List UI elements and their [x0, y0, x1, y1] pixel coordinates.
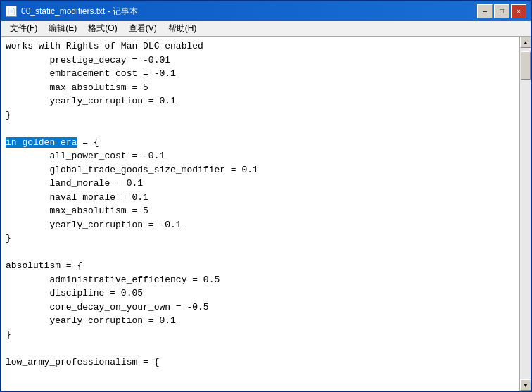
menu-help[interactable]: 帮助(H) [163, 21, 203, 36]
main-window: 📄 00_static_modifiers.txt - 记事本 — □ ✕ 文件… [0, 0, 532, 392]
title-buttons: — □ ✕ [477, 4, 526, 18]
line-after-selection: = { all_power_cost = -0.1 global_trade_g… [6, 137, 258, 367]
minimize-button[interactable]: — [477, 4, 493, 18]
app-icon: 📄 [6, 6, 17, 17]
text-editor[interactable]: works with Rights of Man DLC enabled pre… [1, 37, 519, 391]
selected-text: in_golden_era [6, 137, 77, 148]
line-1: works with Rights of Man DLC enabled pre… [6, 41, 203, 120]
scroll-track[interactable] [520, 48, 531, 379]
menu-view[interactable]: 查看(V) [123, 21, 163, 36]
close-button[interactable]: ✕ [511, 4, 526, 18]
vertical-scrollbar[interactable]: ▲ ▼ [519, 37, 531, 391]
menu-bar: 文件(F) 编辑(E) 格式(O) 查看(V) 帮助(H) [1, 21, 531, 37]
title-bar: 📄 00_static_modifiers.txt - 记事本 — □ ✕ [1, 1, 531, 21]
title-bar-left: 📄 00_static_modifiers.txt - 记事本 [6, 6, 138, 18]
content-area: works with Rights of Man DLC enabled pre… [1, 37, 531, 391]
maximize-button[interactable]: □ [494, 4, 509, 18]
menu-format[interactable]: 格式(O) [82, 21, 122, 36]
menu-file[interactable]: 文件(F) [4, 21, 43, 36]
scroll-thumb[interactable] [521, 51, 531, 80]
scroll-up-button[interactable]: ▲ [520, 37, 531, 48]
window-title: 00_static_modifiers.txt - 记事本 [21, 6, 138, 18]
menu-edit[interactable]: 编辑(E) [43, 21, 82, 36]
scroll-down-button[interactable]: ▼ [520, 379, 531, 391]
